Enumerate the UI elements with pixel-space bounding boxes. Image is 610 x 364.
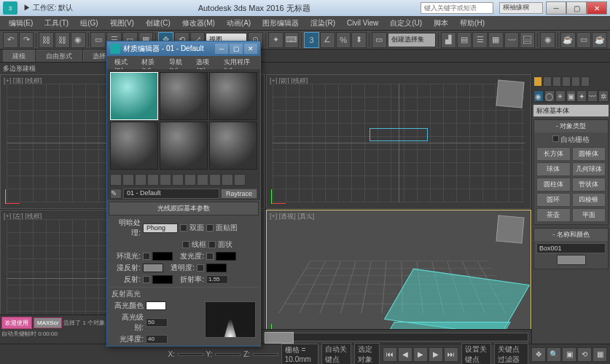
material-slot-6[interactable] bbox=[209, 122, 257, 170]
workspace-selector[interactable]: ▶ 工作区: 默认 bbox=[23, 3, 73, 13]
display-icon[interactable] bbox=[571, 76, 580, 87]
menu-civilview[interactable]: Civil View bbox=[341, 17, 384, 28]
dialog-minimize-button[interactable]: ─ bbox=[215, 44, 228, 54]
x-coord-input[interactable] bbox=[178, 353, 203, 356]
unlink-button[interactable]: ⛓ bbox=[55, 32, 70, 48]
helpers-tab-icon[interactable]: ✦ bbox=[576, 90, 587, 102]
viewcube-icon[interactable] bbox=[496, 79, 524, 108]
angle-snap-button[interactable]: ∠ bbox=[320, 32, 335, 48]
twosided-checkbox[interactable] bbox=[180, 224, 187, 232]
menu-script[interactable]: 脚本 bbox=[428, 17, 454, 30]
mat-menu-modes[interactable]: 模式(D) bbox=[110, 56, 137, 69]
material-slot-1[interactable] bbox=[110, 72, 158, 120]
time-thumb[interactable] bbox=[265, 332, 294, 344]
keyfilter-button[interactable]: 关键点过滤器 bbox=[494, 343, 528, 365]
autokey-button[interactable]: 自动关键点 bbox=[321, 343, 351, 365]
select-manipulate-button[interactable]: ✦ bbox=[268, 32, 284, 48]
play-button[interactable]: ▶ bbox=[413, 347, 428, 362]
named-sel-dropdown[interactable]: 创建选择集 bbox=[388, 33, 436, 47]
undo-button[interactable]: ↶ bbox=[3, 32, 18, 48]
viewport-front[interactable]: [+] [前] [线框] bbox=[266, 74, 531, 209]
material-type-button[interactable]: Raytrace bbox=[221, 189, 257, 199]
layers-button[interactable]: ☰ bbox=[472, 32, 488, 48]
ambient-checkbox[interactable] bbox=[143, 253, 150, 260]
ior-spinner[interactable]: 1.55 bbox=[206, 275, 228, 284]
shapes-tab-icon[interactable]: ◯ bbox=[544, 90, 555, 102]
setkey-button[interactable]: 设置关键点 bbox=[461, 343, 491, 365]
sphere-button[interactable]: 球体 bbox=[536, 162, 571, 176]
mirror-button[interactable]: ▟ bbox=[441, 32, 456, 48]
show-map-button[interactable] bbox=[209, 174, 221, 186]
put-library-button[interactable] bbox=[184, 174, 196, 186]
next-frame-button[interactable]: ▶ bbox=[429, 347, 443, 362]
cylinder-button[interactable]: 圆柱体 bbox=[536, 178, 571, 191]
plane-button[interactable]: 平面 bbox=[572, 208, 606, 222]
diffuse-swatch[interactable] bbox=[143, 264, 163, 272]
tab-freeform[interactable]: 自由形式 bbox=[36, 50, 82, 62]
mat-menu-options[interactable]: 选项(O) bbox=[192, 56, 219, 69]
percent-snap-button[interactable]: % bbox=[336, 32, 351, 48]
viewport-perspective[interactable]: [+] [透视] [真实] bbox=[266, 210, 531, 344]
zoom-extents-button[interactable]: ▣ bbox=[562, 347, 576, 362]
render-button[interactable]: ☕ bbox=[592, 32, 607, 48]
name-color-header[interactable]: - 名称和颜色 bbox=[534, 229, 608, 241]
object-type-header[interactable]: - 对象类型 bbox=[534, 120, 608, 132]
dialog-close-button[interactable]: ✕ bbox=[244, 44, 257, 54]
material-slot-5[interactable] bbox=[160, 122, 208, 170]
box-button[interactable]: 长方体 bbox=[536, 147, 571, 161]
luminosity-checkbox[interactable] bbox=[206, 253, 214, 260]
bind-button[interactable]: ◉ bbox=[71, 32, 86, 48]
spec-level-spinner[interactable]: 50 bbox=[146, 318, 168, 327]
tube-button[interactable]: 管状体 bbox=[572, 178, 606, 191]
material-editor-button[interactable]: ◉ bbox=[540, 32, 555, 48]
maximize-viewport-button[interactable]: ▦ bbox=[593, 347, 607, 362]
snap-toggle-button[interactable]: 3 bbox=[304, 32, 319, 48]
menu-help[interactable]: 帮助(H) bbox=[454, 17, 490, 30]
make-copy-button[interactable] bbox=[160, 174, 171, 186]
close-button[interactable]: ✕ bbox=[587, 1, 607, 15]
spec-color-swatch[interactable] bbox=[146, 301, 166, 310]
signin-user[interactable]: 桐袖缘桐 bbox=[499, 2, 543, 14]
autogrid-checkbox[interactable] bbox=[552, 135, 559, 142]
viewcube-icon[interactable] bbox=[496, 215, 524, 243]
help-search-input[interactable] bbox=[421, 2, 493, 14]
align-button[interactable]: ▤ bbox=[457, 32, 472, 48]
prev-frame-button[interactable]: ◀ bbox=[398, 347, 412, 362]
matid-button[interactable] bbox=[197, 174, 208, 186]
menu-animation[interactable]: 动画(A) bbox=[221, 17, 257, 30]
link-button[interactable]: ⛓ bbox=[39, 32, 54, 48]
dialog-maximize-button[interactable]: ▢ bbox=[230, 44, 243, 54]
get-material-button[interactable] bbox=[110, 174, 122, 186]
orbit-button[interactable]: ⟲ bbox=[577, 347, 592, 362]
show-end-button[interactable] bbox=[222, 174, 233, 186]
assign-button[interactable] bbox=[135, 174, 146, 186]
redo-button[interactable]: ↷ bbox=[19, 32, 34, 48]
ambient-swatch[interactable] bbox=[152, 252, 173, 261]
menu-edit[interactable]: 编辑(E) bbox=[3, 17, 39, 30]
mat-menu-nav[interactable]: 导航(N) bbox=[165, 56, 192, 69]
category-dropdown[interactable]: 标准基本体 bbox=[533, 105, 609, 116]
time-track[interactable] bbox=[264, 333, 528, 341]
torus-button[interactable]: 圆环 bbox=[536, 193, 571, 207]
menu-create[interactable]: 创建(C) bbox=[140, 17, 176, 30]
menu-render[interactable]: 渲染(R) bbox=[305, 17, 341, 30]
curve-editor-button[interactable]: 〰 bbox=[504, 32, 520, 48]
raytrace-basic-header[interactable]: 光线跟踪基本参数 bbox=[109, 202, 259, 215]
go-parent-button[interactable] bbox=[234, 174, 246, 186]
maximize-button[interactable]: ▢ bbox=[566, 1, 587, 15]
clock-icon[interactable] bbox=[562, 76, 571, 87]
faceted-checkbox[interactable] bbox=[208, 241, 216, 248]
minimize-button[interactable]: ─ bbox=[546, 1, 566, 15]
zoom-button[interactable]: 🔍 bbox=[547, 347, 561, 362]
gear-icon[interactable] bbox=[552, 76, 561, 87]
sun-icon[interactable] bbox=[533, 76, 542, 87]
geometry-tab-icon[interactable]: ◉ bbox=[533, 90, 544, 102]
object-color-swatch[interactable] bbox=[557, 255, 586, 265]
app-logo-icon[interactable]: 3 bbox=[3, 1, 17, 15]
goto-end-button[interactable]: ⏭ bbox=[444, 347, 458, 362]
toggle-ribbon-button[interactable]: ▦ bbox=[488, 32, 504, 48]
lights-tab-icon[interactable]: ☀ bbox=[555, 90, 566, 102]
menu-customize[interactable]: 自定义(U) bbox=[384, 17, 428, 30]
tab-modeling[interactable]: 建模 bbox=[3, 50, 35, 62]
material-slot-3[interactable] bbox=[209, 72, 257, 120]
